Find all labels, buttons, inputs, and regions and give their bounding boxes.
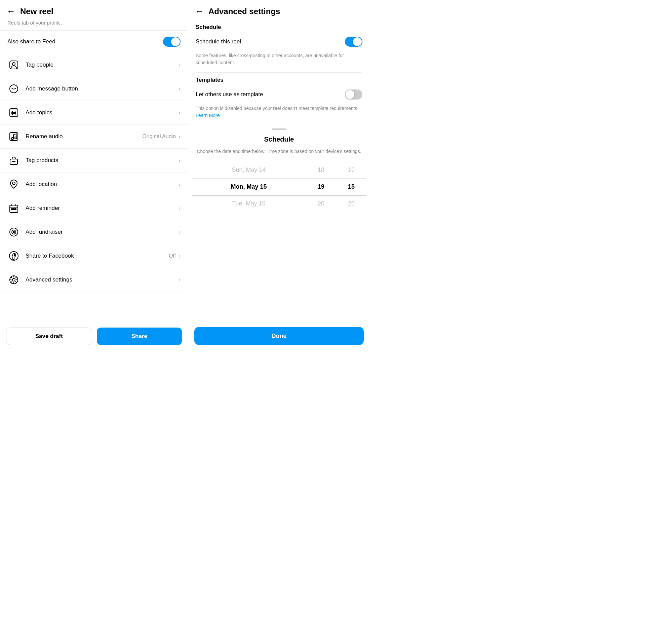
message-icon [8, 82, 20, 95]
schedule-picker: Sun, May 14 Mon, May 15 Tue, May 16 18 1… [188, 162, 370, 212]
menu-item-tag-people[interactable]: Tag people › [0, 53, 188, 77]
location-icon [8, 178, 20, 191]
schedule-hint: Some features, like cross-posting to oth… [188, 51, 370, 71]
share-facebook-chevron: › [179, 253, 181, 260]
add-fundraiser-chevron: › [179, 229, 181, 236]
schedule-section-label: Schedule [188, 21, 370, 33]
svg-line-34 [11, 277, 12, 279]
tag-people-label: Tag people [26, 62, 179, 68]
rename-audio-label: Rename audio [26, 133, 142, 140]
schedule-this-reel-label: Schedule this reel [196, 38, 241, 45]
svg-point-1 [12, 63, 15, 65]
menu-item-add-fundraiser[interactable]: Add fundraiser › [0, 220, 188, 244]
picker-hour-col: 18 19 20 [306, 162, 336, 212]
template-hint: This option is disabled because your ree… [188, 104, 370, 124]
picker-hour-row-0[interactable]: 18 [306, 162, 336, 179]
svg-line-35 [15, 282, 17, 283]
calendar-icon [8, 202, 20, 215]
person-icon [8, 59, 20, 71]
share-facebook-label: Share to Facebook [26, 253, 169, 259]
modal-schedule-title: Schedule [188, 133, 370, 146]
add-message-label: Add message button [26, 86, 179, 92]
also-share-row: Also share to Feed [0, 30, 188, 53]
menu-item-advanced-settings[interactable]: Advanced settings › [0, 268, 188, 292]
right-header: ← Advanced settings [188, 0, 370, 21]
add-fundraiser-label: Add fundraiser [26, 229, 179, 235]
picker-hour-row-2[interactable]: 20 [306, 195, 336, 212]
also-share-toggle-knob [171, 37, 180, 46]
svg-rect-22 [13, 208, 14, 210]
picker-date-row-2[interactable]: Tue, May 16 [192, 195, 306, 212]
left-subtitle: Reels tab of your profile. [0, 20, 188, 30]
picker-date-col: Sun, May 14 Mon, May 15 Tue, May 16 [192, 162, 306, 212]
svg-rect-21 [11, 208, 13, 210]
menu-item-add-location[interactable]: Add location › [0, 172, 188, 196]
also-share-toggle[interactable] [163, 37, 181, 47]
share-button[interactable]: Share [97, 328, 182, 345]
bottom-buttons: Save draft Share [0, 321, 188, 353]
picker-date-row-0[interactable]: Sun, May 14 [192, 162, 306, 179]
template-toggle[interactable] [345, 89, 362, 100]
left-panel: ← New reel Reels tab of your profile. Al… [0, 0, 188, 353]
picker-minute-col: 10 15 20 [336, 162, 366, 212]
fundraiser-icon [8, 226, 20, 239]
also-share-label: Also share to Feed [8, 38, 55, 45]
picker-minute-row-0[interactable]: 10 [336, 162, 366, 179]
menu-item-tag-products[interactable]: Tag products › [0, 149, 188, 172]
left-header: ← New reel [0, 0, 188, 20]
svg-line-37 [11, 282, 12, 283]
menu-item-rename-audio[interactable]: Rename audio Original Audio › [0, 125, 188, 149]
right-divider-1 [196, 72, 362, 73]
right-page-title: Advanced settings [208, 7, 280, 16]
share-facebook-value: Off [169, 253, 176, 259]
add-location-chevron: › [179, 181, 181, 188]
templates-section-label: Templates [188, 74, 370, 86]
advanced-settings-chevron: › [179, 277, 181, 283]
tag-products-chevron: › [179, 157, 181, 164]
left-back-button[interactable]: ← [7, 6, 15, 16]
schedule-this-reel-toggle[interactable] [345, 37, 362, 47]
svg-point-16 [12, 182, 15, 185]
save-draft-button[interactable]: Save draft [6, 328, 92, 345]
left-page-title: New reel [20, 7, 53, 16]
facebook-icon [8, 249, 20, 262]
add-topics-label: Add topics [26, 109, 179, 116]
add-reminder-chevron: › [179, 205, 181, 212]
menu-item-share-facebook[interactable]: Share to Facebook Off › [0, 244, 188, 268]
svg-rect-23 [15, 208, 16, 210]
svg-line-13 [13, 134, 17, 134]
tag-products-label: Tag products [26, 157, 179, 164]
svg-line-36 [15, 277, 17, 279]
svg-point-26 [13, 231, 14, 233]
template-toggle-knob [346, 90, 354, 99]
template-toggle-label: Let others use as template [196, 91, 263, 98]
add-message-chevron: › [179, 86, 181, 92]
modal-handle [272, 128, 286, 130]
gear-icon [8, 273, 20, 286]
picker-hour-row-1[interactable]: 19 [306, 179, 336, 195]
bag-icon [8, 154, 20, 167]
menu-item-add-topics[interactable]: Add topics › [0, 101, 188, 125]
hashtag-icon [8, 106, 20, 119]
menu-item-add-reminder[interactable]: Add reminder › [0, 196, 188, 220]
done-button[interactable]: Done [194, 327, 364, 345]
picker-minute-row-1[interactable]: 15 [336, 179, 366, 195]
add-location-label: Add location [26, 181, 179, 188]
rename-audio-value: Original Audio [142, 133, 176, 140]
template-toggle-row: Let others use as template [188, 86, 370, 104]
right-panel: ← Advanced settings Schedule Schedule th… [188, 0, 370, 353]
right-back-button[interactable]: ← [195, 6, 204, 16]
modal-schedule-hint: Choose the date and time below. Time zon… [188, 146, 370, 162]
picker-minute-row-2[interactable]: 20 [336, 195, 366, 212]
schedule-toggle-row: Schedule this reel [188, 33, 370, 51]
music-icon [8, 130, 20, 143]
advanced-settings-label: Advanced settings [26, 277, 179, 283]
add-reminder-label: Add reminder [26, 205, 179, 211]
rename-audio-chevron: › [179, 133, 181, 140]
schedule-toggle-knob [353, 37, 362, 46]
tag-people-chevron: › [179, 62, 181, 68]
learn-more-link[interactable]: Learn More [196, 113, 220, 118]
picker-date-row-1[interactable]: Mon, May 15 [192, 179, 306, 195]
menu-item-add-message[interactable]: Add message button › [0, 77, 188, 101]
svg-point-29 [12, 279, 15, 281]
